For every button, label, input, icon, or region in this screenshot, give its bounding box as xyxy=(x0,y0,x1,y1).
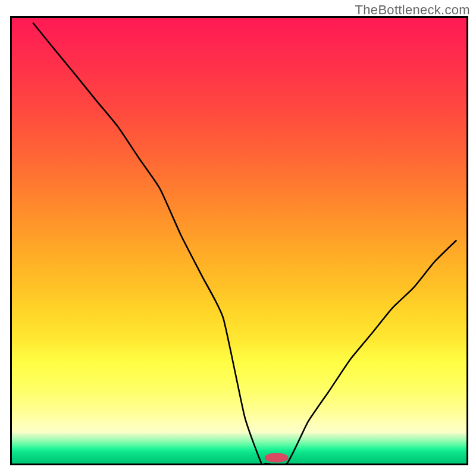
watermark-label: TheBottleneck.com xyxy=(355,2,470,18)
chart-background xyxy=(12,18,466,464)
plot-frame xyxy=(10,16,468,465)
chart-root: TheBottleneck.com xyxy=(0,0,476,476)
highlight-pill xyxy=(265,453,289,462)
chart-svg xyxy=(12,18,466,464)
